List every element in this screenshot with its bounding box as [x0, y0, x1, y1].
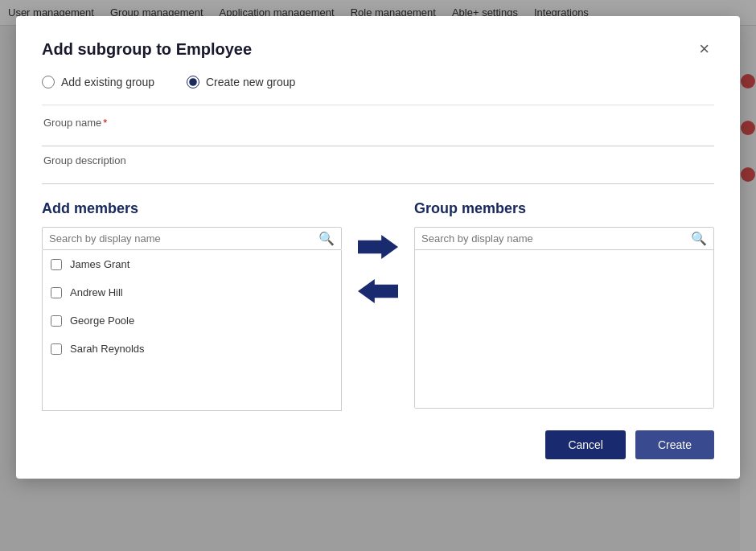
add-members-search-icon: 🔍 — [318, 231, 335, 246]
member-name-2: George Poole — [70, 315, 134, 327]
modal-title: Add subgroup to Employee — [42, 40, 252, 59]
group-description-label: Group description — [42, 154, 128, 167]
group-members-title: Group members — [414, 200, 714, 217]
remove-from-group-button[interactable] — [358, 277, 398, 308]
modal-footer: Cancel Create — [42, 430, 714, 459]
modal-header: Add subgroup to Employee × — [42, 39, 714, 60]
svg-marker-1 — [358, 279, 398, 303]
list-item: Sarah Reynolds — [43, 335, 341, 363]
radio-create-new[interactable]: Create new group — [187, 76, 295, 88]
radio-group: Add existing group Create new group — [42, 76, 714, 88]
modal-overlay: Add subgroup to Employee × Add existing … — [0, 0, 756, 551]
radio-existing-input[interactable] — [42, 76, 55, 88]
member-name-0: James Grant — [70, 258, 129, 270]
radio-add-existing[interactable]: Add existing group — [42, 76, 154, 88]
radio-existing-label: Add existing group — [61, 76, 154, 88]
list-item: Andrew Hill — [43, 278, 341, 306]
group-description-input[interactable] — [42, 162, 714, 184]
cancel-button[interactable]: Cancel — [545, 430, 626, 459]
member-checkbox-2[interactable] — [51, 315, 62, 327]
add-members-search-box: 🔍 — [42, 227, 342, 250]
member-checkbox-0[interactable] — [51, 259, 62, 270]
group-name-input[interactable] — [42, 125, 714, 146]
group-members-search-box: 🔍 — [415, 228, 713, 250]
group-description-field: Group description — [42, 162, 714, 184]
close-button[interactable]: × — [694, 39, 714, 60]
radio-new-input[interactable] — [187, 76, 199, 88]
group-members-search-input[interactable] — [421, 232, 691, 245]
add-to-group-button[interactable] — [358, 232, 398, 264]
group-members-panel: Group members 🔍 — [414, 200, 714, 409]
group-members-content — [415, 250, 713, 408]
add-members-title: Add members — [42, 200, 342, 217]
group-members-search-icon: 🔍 — [691, 231, 707, 246]
members-section: Add members 🔍 James Grant Andrew Hill — [42, 200, 714, 411]
divider-1 — [42, 105, 714, 105]
svg-marker-0 — [358, 235, 398, 259]
add-members-list: James Grant Andrew Hill George Poole Sar… — [42, 250, 342, 411]
member-checkbox-1[interactable] — [51, 287, 62, 298]
arrow-controls — [342, 232, 414, 308]
member-name-1: Andrew Hill — [70, 286, 123, 298]
radio-new-label: Create new group — [206, 76, 295, 88]
member-checkbox-3[interactable] — [51, 343, 62, 355]
modal-dialog: Add subgroup to Employee × Add existing … — [16, 16, 740, 479]
member-name-3: Sarah Reynolds — [70, 343, 145, 355]
group-members-box: 🔍 — [414, 227, 714, 409]
add-members-search-input[interactable] — [49, 232, 318, 245]
create-button[interactable]: Create — [635, 430, 714, 459]
group-name-label: Group name* — [42, 117, 109, 129]
list-item: George Poole — [43, 306, 341, 335]
add-members-panel: Add members 🔍 James Grant Andrew Hill — [42, 200, 342, 411]
list-item: James Grant — [43, 250, 341, 278]
group-name-field: Group name* — [42, 125, 714, 146]
